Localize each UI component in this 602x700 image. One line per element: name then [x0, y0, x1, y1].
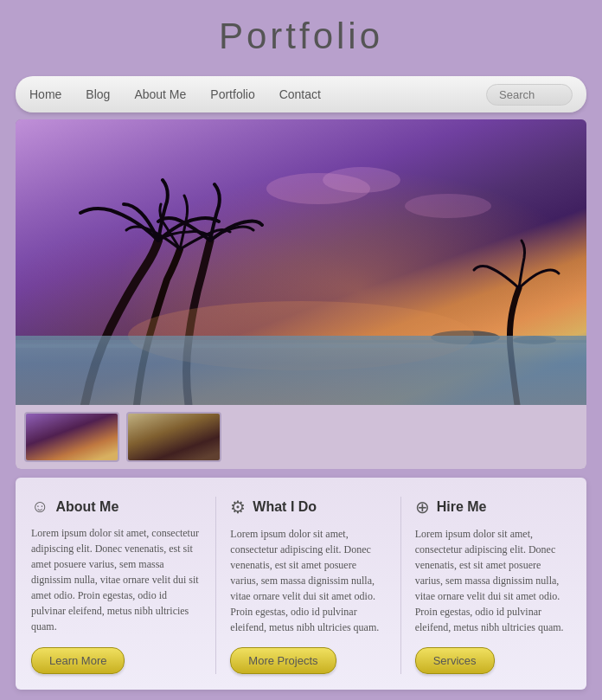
hire-me-header: ⊕ Hire Me	[415, 497, 571, 517]
content-grid: ☺ About Me Lorem ipsum dolor sit amet, c…	[31, 497, 571, 674]
nav-contact[interactable]: Contact	[279, 87, 321, 101]
what-i-do-text: Lorem ipsum dolor sit amet, consectetur …	[230, 526, 386, 635]
content-section: ☺ About Me Lorem ipsum dolor sit amet, c…	[16, 478, 586, 690]
hire-me-column: ⊕ Hire Me Lorem ipsum dolor sit amet, co…	[400, 497, 571, 674]
svg-point-6	[323, 167, 400, 193]
nav-home[interactable]: Home	[29, 87, 61, 101]
navbar: Home Blog About Me Portfolio Contact	[16, 76, 586, 112]
header: Portfolio	[0, 0, 602, 69]
what-i-do-header: ⚙ What I Do	[230, 497, 386, 517]
more-projects-button[interactable]: More Projects	[230, 647, 336, 674]
what-i-do-column: ⚙ What I Do Lorem ipsum dolor sit amet, …	[215, 497, 386, 674]
what-i-do-title: What I Do	[253, 499, 317, 515]
search-input[interactable]	[486, 84, 573, 106]
nav-links: Home Blog About Me Portfolio Contact	[29, 87, 486, 101]
smiley-icon: ☺	[31, 497, 48, 517]
hire-me-title: Hire Me	[437, 499, 487, 515]
thumbnail-1[interactable]	[24, 412, 119, 462]
plus-circle-icon: ⊕	[415, 497, 430, 517]
hero-image	[16, 119, 586, 405]
learn-more-button[interactable]: Learn More	[31, 647, 125, 674]
services-button[interactable]: Services	[415, 647, 495, 674]
nav-portfolio[interactable]: Portfolio	[210, 87, 254, 101]
nav-about[interactable]: About Me	[134, 87, 186, 101]
water-overlay	[16, 336, 586, 405]
about-me-header: ☺ About Me	[31, 497, 202, 517]
thumbnails	[16, 405, 586, 469]
site-title: Portfolio	[0, 16, 602, 57]
nav-blog[interactable]: Blog	[86, 87, 110, 101]
svg-point-7	[405, 194, 491, 218]
about-me-title: About Me	[55, 499, 118, 515]
hire-me-text: Lorem ipsum dolor sit amet, consectetur …	[415, 526, 571, 635]
gear-icon: ⚙	[230, 497, 246, 517]
about-me-text: Lorem ipsum dolor sit amet, consectetur …	[31, 525, 202, 635]
hero-container	[16, 119, 586, 469]
about-me-column: ☺ About Me Lorem ipsum dolor sit amet, c…	[31, 497, 202, 674]
thumbnail-2[interactable]	[126, 412, 221, 462]
